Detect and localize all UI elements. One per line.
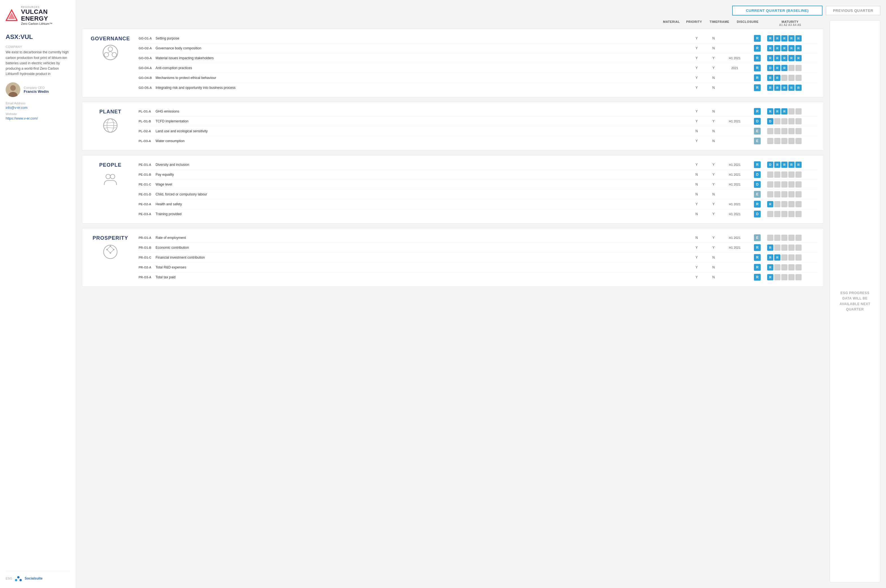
row-material: Y <box>688 36 705 40</box>
disclosure-badge: R <box>754 274 761 280</box>
row-disclosure: E <box>748 234 767 241</box>
mat-badge-empty <box>774 201 781 207</box>
mat-badge: R <box>767 244 773 251</box>
mat-badge: R <box>796 162 802 168</box>
col-priority: PRIORITY <box>683 20 705 27</box>
mat-badge: R <box>767 45 773 51</box>
row-maturity <box>767 171 818 178</box>
right-panel-text: ESG PROGRESS DATA WILL BE AVAILABLE NEXT… <box>835 291 874 312</box>
row-material: N <box>688 236 705 240</box>
row-maturity: DRR <box>767 65 818 71</box>
avatar <box>6 82 20 97</box>
row-maturity: RR <box>767 75 818 81</box>
disclosure-badge: R <box>754 161 761 168</box>
mat-badge-empty <box>796 108 802 114</box>
mat-badge: R <box>774 35 781 42</box>
mat-badge: R <box>781 45 787 51</box>
row-disclosure: R <box>748 274 767 280</box>
row-name: Rate of employment <box>155 236 688 240</box>
website-link[interactable]: https://www.v-er.com/ <box>6 117 38 120</box>
logo-text: RESOURCES VULCAN ENERGY Zero Carbon Lith… <box>21 6 70 26</box>
row-code: GO-O1-A <box>138 37 155 40</box>
section-rows-people: PE-O1-A Diversity and inclusion Y Y H1 2… <box>138 160 818 219</box>
row-name: Health and safety <box>155 202 688 206</box>
mat-badge-empty <box>781 264 787 270</box>
mat-badge-empty <box>796 128 802 134</box>
section-title-prosperity: PROSPERITY <box>93 235 128 241</box>
email-label: Email Address <box>6 102 70 105</box>
row-code: PE-O1-C <box>138 183 155 186</box>
row-disclosure: D <box>748 211 767 218</box>
row-disclosure: D <box>748 171 767 178</box>
mat-badge-empty <box>781 211 787 217</box>
mat-badge-empty <box>796 264 802 270</box>
section-people-label: PEOPLE <box>88 160 133 219</box>
mat-badge: R <box>774 55 781 61</box>
table-row: PR-O1-B Economic contribution Y Y H1 202… <box>138 243 818 253</box>
row-name: Financial investment contribution <box>155 255 688 260</box>
row-disclosure: R <box>748 254 767 261</box>
logo-icon <box>6 9 18 22</box>
mat-badge-empty <box>767 191 773 197</box>
mat-badge: D <box>767 65 773 71</box>
disclosure-badge: R <box>754 254 761 261</box>
disclosure-badge: R <box>754 55 761 62</box>
disclosure-badge: R <box>754 264 761 271</box>
mat-badge-empty <box>781 171 787 178</box>
logo-area: RESOURCES VULCAN ENERGY Zero Carbon Lith… <box>6 6 70 26</box>
row-name: Wage level <box>155 183 688 186</box>
mat-badge: D <box>767 118 773 124</box>
email-link[interactable]: info@v-er.com <box>6 106 28 110</box>
svg-point-26 <box>110 252 111 254</box>
row-disclosure: D <box>748 181 767 188</box>
row-timeframe: H1 2021 <box>722 212 748 216</box>
svg-line-21 <box>110 250 114 253</box>
row-name: Diversity and inclusion <box>155 163 688 166</box>
row-name: Land use and ecological sensitivity <box>155 129 688 133</box>
row-timeframe: H1 2021 <box>722 183 748 186</box>
section-title-planet: PLANET <box>99 109 121 115</box>
mat-badge-empty <box>781 118 787 124</box>
row-maturity: D <box>767 118 818 124</box>
mat-badge: R <box>788 162 794 168</box>
mat-badge-empty <box>796 65 802 71</box>
mat-badge: R <box>781 65 787 71</box>
mat-badge-empty <box>781 128 787 134</box>
svg-point-10 <box>104 52 109 57</box>
row-name: Mechanisms to protect ethical behaviour <box>155 76 688 80</box>
disclosure-badge: R <box>754 45 761 52</box>
current-quarter-button[interactable]: CURRENT QUARTER (BASELINE) <box>732 6 823 15</box>
row-maturity <box>767 191 818 197</box>
company-description: We exist to decarbonise the currently hi… <box>6 50 70 77</box>
row-code: PR-O1-B <box>138 246 155 249</box>
mat-badge: R <box>767 35 773 42</box>
row-name: Total R&D expenses <box>155 266 688 269</box>
row-priority: Y <box>705 202 722 206</box>
mat-badge: R <box>781 162 787 168</box>
mat-badge-empty <box>781 254 787 261</box>
row-material: Y <box>688 66 705 70</box>
mat-badge-empty <box>796 75 802 81</box>
previous-quarter-button[interactable]: PREVIOUS QUARTER <box>826 6 880 15</box>
row-code: PR-O3-A <box>138 276 155 279</box>
row-priority: Y <box>705 172 722 177</box>
disclosure-badge: R <box>754 64 761 71</box>
mat-badge-empty <box>788 182 794 188</box>
row-material: Y <box>688 246 705 250</box>
mat-badge-empty <box>781 75 787 81</box>
row-disclosure: R <box>748 84 767 91</box>
mat-badge-empty <box>796 274 802 280</box>
mat-badge: R <box>767 55 773 61</box>
mat-badge-empty <box>774 118 781 124</box>
section-governance-label: GOVERNANCE <box>88 33 133 93</box>
table-row: PE-O3-A Training provided N Y H1 2021 D <box>138 209 818 219</box>
disclosure-badge: R <box>754 244 761 251</box>
mat-badge-empty <box>796 235 802 241</box>
logo-company-label: VULCAN ENERGY <box>21 9 70 22</box>
row-priority: Y <box>705 246 722 250</box>
row-code: GO-O4-B <box>138 76 155 80</box>
disclosure-badge: R <box>754 75 761 81</box>
row-priority: N <box>705 129 722 133</box>
row-code: PR-O2-A <box>138 266 155 269</box>
row-disclosure: R <box>748 264 767 271</box>
